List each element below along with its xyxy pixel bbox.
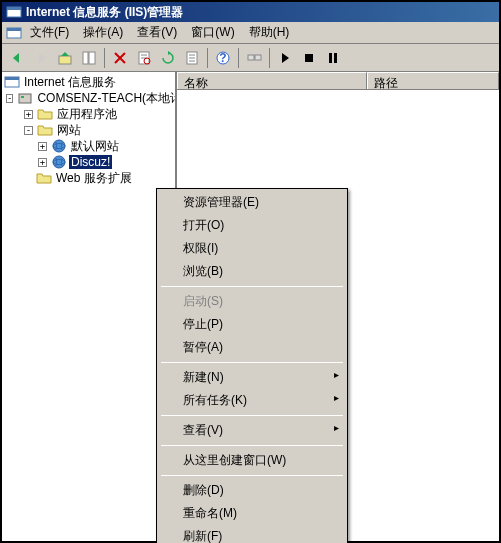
start-button[interactable] [274,47,296,69]
menu-help[interactable]: 帮助(H) [243,22,296,43]
cm-rename[interactable]: 重命名(M) [159,502,345,525]
svg-rect-21 [329,53,332,63]
tree-webext-label: Web 服务扩展 [54,170,134,187]
cm-new[interactable]: 新建(N) [159,366,345,389]
menu-view[interactable]: 查看(V) [131,22,183,43]
menu-action[interactable]: 操作(A) [77,22,129,43]
toolbar-separator [207,48,208,68]
col-path-header[interactable]: 路径 [367,72,499,89]
cm-browse[interactable]: 浏览(B) [159,260,345,283]
cm-stop[interactable]: 停止(P) [159,313,345,336]
tree-root-label: Internet 信息服务 [22,74,118,91]
tree-server[interactable]: - COMSENZ-TEACH(本地计算 [4,90,173,106]
menubar: 文件(F) 操作(A) 查看(V) 窗口(W) 帮助(H) [2,22,499,44]
tree-server-label: COMSENZ-TEACH(本地计算 [35,90,177,107]
toolbar: ? [2,44,499,72]
svg-rect-22 [334,53,337,63]
tree-discuz-label: Discuz! [69,155,112,169]
menubar-app-icon [6,25,22,41]
delete-button[interactable] [109,47,131,69]
cm-pause[interactable]: 暂停(A) [159,336,345,359]
svg-rect-18 [255,55,261,60]
cm-separator [161,286,343,287]
svg-rect-6 [89,52,95,64]
svg-point-29 [53,156,65,168]
context-menu: 资源管理器(E) 打开(O) 权限(I) 浏览(B) 启动(S) 停止(P) 暂… [156,188,348,543]
title-text: Internet 信息服务 (IIS)管理器 [26,4,183,21]
tree-apppool[interactable]: + 应用程序池 [4,106,173,122]
folder-icon [37,107,53,121]
globe-icon [51,155,67,169]
server-icon [17,91,33,105]
expander-minus-icon[interactable]: - [6,94,13,103]
svg-rect-3 [7,28,21,31]
tree-root[interactable]: Internet 信息服务 [4,74,173,90]
expander-minus-icon[interactable]: - [24,126,33,135]
svg-rect-20 [305,54,313,62]
cm-all-tasks[interactable]: 所有任务(K) [159,389,345,412]
cm-separator [161,415,343,416]
forward-button[interactable] [30,47,52,69]
globe-icon [51,139,67,153]
cm-explorer[interactable]: 资源管理器(E) [159,191,345,214]
properties-button[interactable] [133,47,155,69]
cm-separator [161,445,343,446]
show-hide-tree-button[interactable] [78,47,100,69]
cm-view[interactable]: 查看(V) [159,419,345,442]
tree-default-site[interactable]: + 默认网站 [4,138,173,154]
cm-permissions[interactable]: 权限(I) [159,237,345,260]
cm-separator [161,362,343,363]
tree-panel[interactable]: Internet 信息服务 - COMSENZ-TEACH(本地计算 + 应用程… [2,72,177,541]
tree-discuz[interactable]: + Discuz! [4,154,173,170]
svg-rect-17 [248,55,254,60]
expander-plus-icon[interactable]: + [24,110,33,119]
svg-rect-1 [7,7,21,10]
iis-icon [4,75,20,89]
folder-icon [37,123,53,137]
toolbar-separator [269,48,270,68]
back-button[interactable] [6,47,28,69]
pause-button[interactable] [322,47,344,69]
list-header: 名称 路径 [177,72,499,90]
tree-default-site-label: 默认网站 [69,138,121,155]
cm-separator [161,475,343,476]
cm-delete[interactable]: 删除(D) [159,479,345,502]
expander-plus-icon[interactable]: + [38,142,47,151]
cm-start[interactable]: 启动(S) [159,290,345,313]
help-button[interactable]: ? [212,47,234,69]
svg-point-27 [53,140,65,152]
cm-open[interactable]: 打开(O) [159,214,345,237]
menu-file[interactable]: 文件(F) [24,22,75,43]
menu-window[interactable]: 窗口(W) [185,22,240,43]
tree-apppool-label: 应用程序池 [55,106,119,123]
svg-text:?: ? [219,51,226,65]
titlebar: Internet 信息服务 (IIS)管理器 [2,2,499,22]
cm-new-window[interactable]: 从这里创建窗口(W) [159,449,345,472]
up-button[interactable] [54,47,76,69]
app-icon [6,4,22,20]
refresh-button[interactable] [157,47,179,69]
toolbar-separator [104,48,105,68]
svg-rect-25 [19,94,31,103]
connect-button[interactable] [243,47,265,69]
tree-websites[interactable]: - 网站 [4,122,173,138]
svg-rect-4 [59,56,71,64]
tree-websites-label: 网站 [55,122,83,139]
col-name-header[interactable]: 名称 [177,72,367,89]
toolbar-separator [238,48,239,68]
svg-rect-26 [21,96,24,98]
cm-refresh[interactable]: 刷新(F) [159,525,345,543]
folder-icon [36,171,52,185]
stop-button[interactable] [298,47,320,69]
expander-plus-icon[interactable]: + [38,158,47,167]
svg-rect-5 [83,52,88,64]
svg-rect-24 [5,77,19,80]
export-button[interactable] [181,47,203,69]
tree-webext[interactable]: Web 服务扩展 [4,170,173,186]
